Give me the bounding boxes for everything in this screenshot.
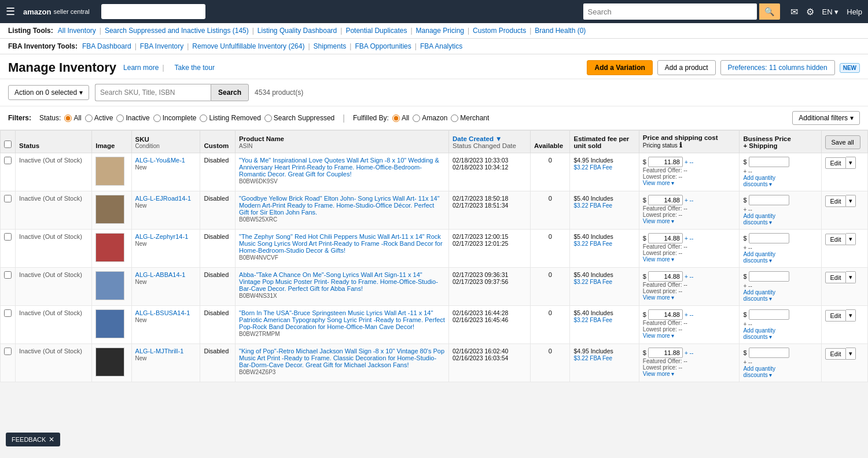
view-more-link[interactable]: View more ▾ — [643, 371, 736, 377]
view-more-link[interactable]: View more ▾ — [643, 218, 736, 224]
preferences-button[interactable]: Preferences: 11 columns hidden — [720, 60, 835, 75]
search-input[interactable] — [95, 84, 211, 101]
save-all-button[interactable]: Save all — [825, 135, 860, 149]
edit-button[interactable]: Edit — [825, 310, 847, 322]
add-quantity-discounts-link[interactable]: Add quantitydiscounts ▾ — [743, 327, 817, 340]
row-checkbox-cell[interactable] — [1, 153, 16, 191]
product-name-link[interactable]: "Goodbye Yellow Brick Road" Elton John- … — [239, 195, 440, 216]
top-search-input[interactable] — [101, 4, 205, 19]
help-link[interactable]: Help — [847, 8, 862, 16]
fba-fee-link[interactable]: $3.22 FBA Fee — [573, 279, 612, 285]
sku-link[interactable]: ALG-L-Zephyr14-1 — [135, 233, 189, 240]
fulfilled-merchant-radio[interactable]: Merchant — [451, 114, 489, 122]
plus-minus-icon[interactable]: + -- — [685, 159, 693, 165]
search-button[interactable]: Search — [211, 84, 249, 101]
status-active-radio[interactable]: Active — [85, 114, 113, 122]
view-more-link[interactable]: View more ▾ — [643, 294, 736, 301]
row-checkbox-cell[interactable] — [1, 306, 16, 344]
learn-more-link[interactable]: Learn more — [123, 64, 159, 72]
view-more-link[interactable]: View more ▾ — [643, 333, 736, 339]
edit-button[interactable]: Edit — [825, 195, 847, 207]
sku-link[interactable]: ALG-L-ABBA14-1 — [135, 271, 186, 278]
edit-dropdown-button[interactable]: ▾ — [846, 233, 856, 245]
plus-minus-icon[interactable]: + -- — [685, 350, 693, 356]
add-variation-button[interactable]: Add a Variation — [587, 60, 652, 75]
edit-dropdown-button[interactable]: ▾ — [846, 195, 856, 207]
edit-dropdown-button[interactable]: ▾ — [846, 271, 856, 283]
fulfilled-amazon-radio[interactable]: Amazon — [413, 114, 447, 122]
fulfilled-all-radio[interactable]: All — [392, 114, 409, 122]
all-inventory-link[interactable]: All Inventory — [58, 27, 96, 35]
hamburger-icon[interactable]: ☰ — [6, 5, 15, 18]
fba-fee-link[interactable]: $3.22 FBA Fee — [573, 241, 612, 247]
global-search-button[interactable]: 🔍 — [759, 3, 780, 20]
settings-icon[interactable]: ⚙ — [806, 6, 814, 17]
fba-fee-link[interactable]: $3.22 FBA Fee — [573, 355, 612, 361]
edit-dropdown-button[interactable]: ▾ — [846, 157, 856, 169]
view-more-link[interactable]: View more ▾ — [643, 256, 736, 263]
fba-dashboard-link[interactable]: FBA Dashboard — [82, 42, 131, 50]
edit-button[interactable]: Edit — [825, 157, 847, 169]
fba-analytics-link[interactable]: FBA Analytics — [420, 42, 462, 50]
product-name-link[interactable]: Abba-"Take A Chance On Me"-Song Lyrics W… — [239, 271, 438, 292]
manage-pricing-link[interactable]: Manage Pricing — [416, 27, 464, 35]
take-tour-link[interactable]: Take the tour — [175, 64, 215, 72]
sku-link[interactable]: ALG-L-You&Me-1 — [135, 157, 185, 164]
select-all-checkbox-header[interactable] — [1, 131, 16, 153]
mail-icon[interactable]: ✉ — [790, 6, 798, 17]
price-input[interactable] — [648, 157, 683, 167]
price-input[interactable] — [648, 233, 683, 243]
plus-minus-icon[interactable]: + -- — [685, 235, 693, 242]
product-name-link[interactable]: "The Zephyr Song" Red Hot Chili Peppers … — [239, 233, 443, 254]
add-product-button[interactable]: Add a product — [657, 60, 716, 75]
status-search-suppressed-radio[interactable]: Search Suppressed — [264, 114, 334, 122]
business-price-input[interactable] — [749, 348, 789, 358]
plus-minus-icon[interactable]: + -- — [685, 274, 693, 280]
business-price-input[interactable] — [749, 195, 789, 205]
edit-dropdown-button[interactable]: ▾ — [846, 309, 856, 322]
row-checkbox-cell[interactable] — [1, 268, 16, 306]
row-checkbox-cell[interactable] — [1, 191, 16, 230]
product-name-link[interactable]: "You & Me" Inspirational Love Quotes Wal… — [239, 157, 439, 178]
date-created-header[interactable]: Date Created ▼Status Changed Date — [448, 131, 530, 153]
edit-button[interactable]: Edit — [825, 234, 847, 245]
listing-quality-link[interactable]: Listing Quality Dashboard — [258, 27, 337, 35]
shipments-link[interactable]: Shipments — [314, 42, 347, 50]
plus-minus-icon[interactable]: + -- — [685, 197, 693, 204]
plus-minus-icon[interactable]: + -- — [685, 312, 693, 318]
fba-fee-link[interactable]: $3.22 FBA Fee — [573, 202, 612, 209]
additional-filters-button[interactable]: Additional filters ▾ — [792, 111, 860, 125]
fba-fee-link[interactable]: $3.22 FBA Fee — [573, 317, 612, 323]
product-name-link[interactable]: "King of Pop"-Retro Michael Jackson Wall… — [239, 348, 444, 368]
status-inactive-radio[interactable]: Inactive — [116, 114, 149, 122]
status-all-radio[interactable]: All — [64, 114, 81, 122]
business-price-input[interactable] — [749, 157, 789, 167]
business-price-input[interactable] — [749, 271, 789, 282]
fba-opportunities-link[interactable]: FBA Opportunities — [355, 42, 411, 50]
price-input[interactable] — [648, 271, 683, 282]
add-quantity-discounts-link[interactable]: Add quantitydiscounts ▾ — [743, 251, 817, 264]
price-input[interactable] — [648, 348, 683, 358]
fba-inventory-link[interactable]: FBA Inventory — [140, 42, 183, 50]
sku-link[interactable]: ALG-L-MJThrill-1 — [135, 348, 184, 354]
search-suppressed-link[interactable]: Search Suppressed and Inactive Listings … — [105, 27, 249, 35]
business-price-input[interactable] — [749, 309, 789, 320]
language-selector[interactable]: EN ▾ — [822, 8, 839, 16]
edit-dropdown-button[interactable]: ▾ — [846, 348, 856, 360]
price-input[interactable] — [648, 309, 683, 320]
row-checkbox-cell[interactable] — [1, 230, 16, 268]
product-name-link[interactable]: "Born In The USA"-Bruce Springsteen Musi… — [239, 309, 445, 330]
status-incomplete-radio[interactable]: Incomplete — [153, 114, 197, 122]
status-listing-removed-radio[interactable]: Listing Removed — [200, 114, 260, 122]
edit-button[interactable]: Edit — [825, 272, 847, 283]
sku-link[interactable]: ALG-L-BSUSA14-1 — [135, 309, 190, 316]
price-input[interactable] — [648, 195, 683, 205]
custom-products-link[interactable]: Custom Products — [473, 27, 526, 35]
add-quantity-discounts-link[interactable]: Add quantitydiscounts ▾ — [743, 175, 817, 187]
row-checkbox-cell[interactable] — [1, 344, 16, 382]
add-quantity-discounts-link[interactable]: Add quantitydiscounts ▾ — [743, 365, 817, 378]
action-on-selected-dropdown[interactable]: Action on 0 selected ▾ — [8, 85, 89, 100]
add-quantity-discounts-link[interactable]: Add quantitydiscounts ▾ — [743, 289, 817, 302]
view-more-link[interactable]: View more ▾ — [643, 180, 736, 186]
save-all-header[interactable]: Save all — [821, 131, 868, 153]
